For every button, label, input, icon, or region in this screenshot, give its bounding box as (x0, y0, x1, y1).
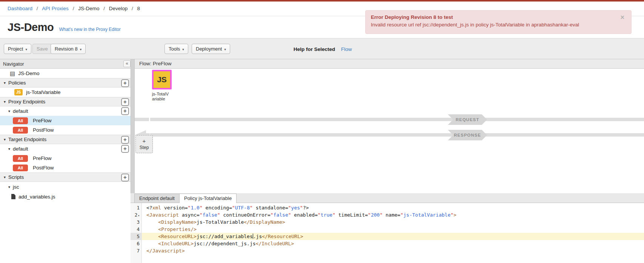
all-badge: All (13, 165, 28, 171)
code-tab-strip: Endpoint default Policy js-TotalVariable (131, 193, 644, 203)
add-proxy-endpoint-button[interactable]: + (121, 98, 129, 106)
add-flow-button[interactable]: + (121, 107, 129, 115)
request-banner-label: REQUEST (456, 117, 480, 122)
sidebar-item-target-default[interactable]: ▾ default + (0, 144, 131, 154)
panel-divider[interactable] (131, 59, 135, 193)
code-line-text: <IncludeURL>jsc://dependent_js.js</Inclu… (142, 240, 644, 247)
code-line-text: <ResourceURL>jsc://add_variables.js</Res… (142, 233, 644, 240)
chevron-down-icon[interactable]: ▾ (8, 109, 10, 113)
line-number: 1 (131, 204, 142, 211)
chevron-down-icon[interactable]: ▾ (4, 81, 6, 85)
whats-new-link[interactable]: What's new in the Proxy Editor (59, 27, 121, 32)
add-step-label: Step (140, 145, 149, 150)
sidebar-item-label: JS-Demo (18, 71, 39, 76)
fold-caret-icon[interactable]: ▾ (138, 214, 140, 217)
tab-policy-js-totalvariable[interactable]: Policy js-TotalVariable (179, 194, 237, 203)
all-badge: All (13, 155, 28, 162)
code-line-text: <DisplayName>js-TotalVariable</DisplayNa… (142, 218, 644, 226)
toolbar: Project▾ Save Revision 8▾ Tools▾ Deploym… (0, 38, 644, 59)
sidebar-item-proxy-default[interactable]: ▾ default + (0, 106, 131, 116)
response-flow-line (150, 133, 644, 137)
chevron-down-icon: ▾ (224, 48, 226, 51)
add-step-button[interactable]: + Step (135, 135, 153, 153)
add-target-endpoint-button[interactable]: + (121, 136, 129, 144)
js-policy-icon-label: JS (157, 75, 167, 84)
chevron-down-icon[interactable]: ▾ (8, 185, 10, 189)
response-banner-label: RESPONSE (454, 133, 481, 137)
sidebar-item-add-variables-js[interactable]: add_variables.js (0, 192, 131, 201)
sidebar-item-label: PostFlow (33, 127, 54, 133)
project-button[interactable]: Project▾ (4, 44, 31, 54)
sidebar-item-label: jsc (13, 184, 19, 190)
code-panel: Endpoint default Policy js-TotalVariable… (131, 193, 644, 263)
chevron-down-icon[interactable]: ▾ (4, 100, 6, 104)
file-icon (11, 194, 15, 199)
sidebar-item-target-postflow[interactable]: All PostFlow (0, 163, 131, 172)
breadcrumb-develop: Develop (109, 6, 128, 11)
code-line-2[interactable]: 2▾<Javascript async="false" continueOnEr… (131, 211, 644, 218)
line-number: 6 (131, 240, 142, 247)
sidebar-section-label: Scripts (8, 174, 24, 180)
deployment-button[interactable]: Deployment▾ (192, 44, 230, 54)
sidebar-item-proxy-root[interactable]: ▤ JS-Demo (0, 69, 131, 78)
flow-header-label: Flow: PreFlow (139, 61, 172, 66)
top-accent-bar (0, 0, 644, 2)
sidebar-section-scripts[interactable]: ▾ Scripts + (0, 172, 131, 182)
add-flow-button[interactable]: + (121, 145, 129, 153)
line-number: 4 (131, 226, 142, 233)
add-policy-button[interactable]: + (121, 79, 129, 87)
sidebar-item-proxy-postflow[interactable]: All PostFlow (0, 125, 131, 135)
flow-help-link[interactable]: Flow (341, 46, 352, 52)
breadcrumb-separator: / (37, 6, 38, 11)
tab-endpoint-default[interactable]: Endpoint default (134, 194, 180, 203)
breadcrumb-separator: / (73, 6, 74, 11)
code-line-6[interactable]: 6 <IncludeURL>jsc://dependent_js.js</Inc… (131, 240, 644, 247)
sidebar-section-policies[interactable]: ▾ Policies + (0, 78, 131, 88)
all-badge: All (13, 117, 28, 124)
policy-label-line1: js-TotalV (152, 92, 169, 97)
save-button-label: Save (37, 46, 48, 52)
chevron-down-icon[interactable]: ▾ (4, 175, 6, 179)
code-line-4[interactable]: 4 <Properties/> (131, 226, 644, 233)
navigator-panel: Navigator ▤ JS-Demo ▾ Policies + JS js-T… (0, 59, 131, 263)
chevron-down-icon: ▾ (80, 48, 82, 51)
navigator-header: Navigator (0, 59, 131, 69)
chevron-down-icon[interactable]: ▾ (4, 137, 6, 141)
request-flow-line (150, 118, 644, 121)
code-editor[interactable]: 1<?xml version="1.0" encoding="UTF-8" st… (131, 203, 644, 263)
response-banner: RESPONSE (448, 130, 487, 140)
chevron-down-icon: ▾ (25, 48, 27, 51)
chevron-down-icon[interactable]: ▾ (8, 147, 10, 151)
js-policy-icon[interactable]: JS (152, 70, 172, 89)
revision-button-label: Revision 8 (55, 46, 78, 52)
sidebar-item-js-totalvariable[interactable]: JS js-TotalVariable (0, 88, 131, 97)
add-script-button[interactable]: + (121, 174, 129, 181)
sidebar-item-label: default (13, 108, 28, 114)
code-line-3[interactable]: 3 <DisplayName>js-TotalVariable</Display… (131, 218, 644, 226)
code-line-7[interactable]: 7</Javascript> (131, 247, 644, 254)
breadcrumb-api-proxies[interactable]: API Proxies (42, 6, 69, 11)
revision-button[interactable]: Revision 8▾ (51, 44, 86, 54)
tools-button-label: Tools (169, 46, 180, 52)
line-number: 5 (131, 233, 142, 240)
plus-icon: + (143, 138, 146, 144)
code-line-text: <?xml version="1.0" encoding="UTF-8" sta… (142, 204, 644, 211)
code-line-5[interactable]: 5 <ResourceURL>jsc://add_variables.js</R… (131, 233, 644, 240)
sidebar-item-target-preflow[interactable]: All PreFlow (0, 154, 131, 163)
chevron-down-icon: ▾ (182, 48, 184, 51)
save-button[interactable]: Save (32, 44, 52, 54)
close-icon[interactable]: × (620, 14, 624, 22)
collapse-navigator-button[interactable]: « (123, 60, 131, 67)
sidebar-item-proxy-preflow[interactable]: All PreFlow (0, 116, 131, 125)
sidebar-section-proxy-endpoints[interactable]: ▾ Proxy Endpoints + (0, 97, 131, 106)
breadcrumb-js-demo: JS-Demo (78, 6, 99, 11)
code-line-1[interactable]: 1<?xml version="1.0" encoding="UTF-8" st… (131, 204, 644, 211)
line-number: 2▾ (131, 211, 142, 218)
sidebar-item-jsc-folder[interactable]: ▾ jsc (0, 182, 131, 192)
tools-button[interactable]: Tools▾ (164, 44, 188, 54)
sidebar-section-label: Proxy Endpoints (8, 99, 45, 105)
sidebar-item-label: default (13, 146, 28, 152)
breadcrumb-dashboard[interactable]: Dashboard (8, 6, 32, 11)
help-for-selected-label: Help for Selected (294, 46, 335, 52)
sidebar-section-target-endpoints[interactable]: ▾ Target Endpoints + (0, 135, 131, 144)
